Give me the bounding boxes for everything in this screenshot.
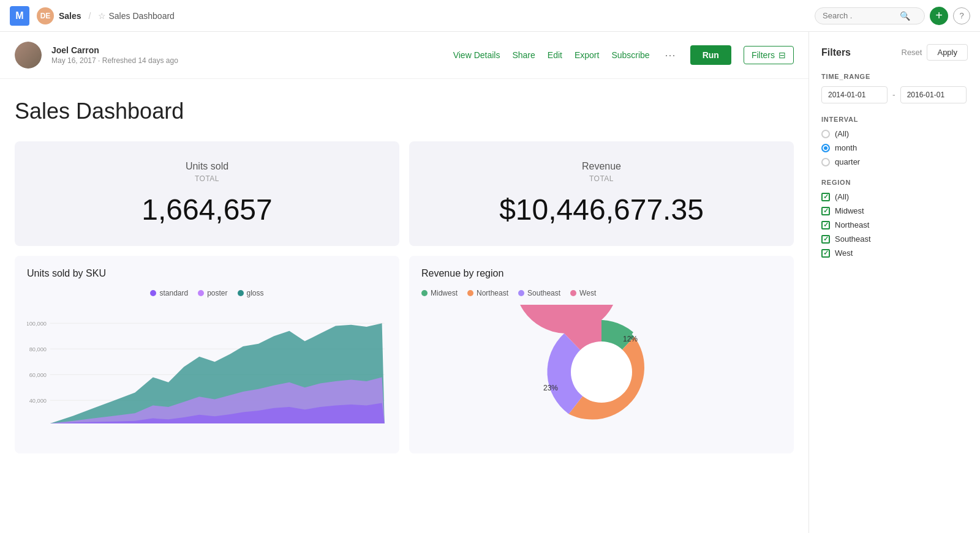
dashboard-content: Sales Dashboard Units sold TOTAL 1,664,6… xyxy=(0,79,809,473)
svg-text:40,000: 40,000 xyxy=(29,398,47,404)
region-all-label: (All) xyxy=(835,192,849,201)
legend-midwest-label: Midwest xyxy=(431,289,458,297)
interval-quarter-label: quarter xyxy=(835,157,860,166)
time-range-label: TIME_RANGE xyxy=(821,73,968,80)
legend-standard-label: standard xyxy=(159,289,188,297)
legend-northeast-label: Northeast xyxy=(477,289,508,297)
region-section: REGION ✓ (All) ✓ Midwest ✓ xyxy=(821,179,968,258)
legend-standard: standard xyxy=(150,289,188,297)
interval-month-radio[interactable] xyxy=(821,144,830,152)
filters-panel: Filters Reset Apply TIME_RANGE - INTERVA… xyxy=(809,32,980,533)
region-checkbox-group: ✓ (All) ✓ Midwest ✓ Northeast xyxy=(821,192,968,258)
date-range: - xyxy=(821,86,968,103)
author-info: Joel Carron May 16, 2017 · Refreshed 14 … xyxy=(51,45,178,65)
interval-radio-group: (All) month quarter xyxy=(821,129,968,166)
units-sold-card: Units sold TOTAL 1,664,657 xyxy=(15,141,399,246)
sku-chart-svg: 100,000 80,000 60,000 40,000 xyxy=(27,305,387,439)
date-from-input[interactable] xyxy=(821,86,888,103)
edit-link[interactable]: Edit xyxy=(548,50,562,60)
filters-button[interactable]: Filters ⊟ xyxy=(744,46,794,64)
svg-text:60,000: 60,000 xyxy=(29,372,47,378)
main-panel: Joel Carron May 16, 2017 · Refreshed 14 … xyxy=(0,32,809,533)
legend-midwest: Midwest xyxy=(421,289,458,297)
search-bar[interactable]: 🔍 xyxy=(815,7,925,24)
region-northeast-checkmark: ✓ xyxy=(823,221,829,229)
dashboard-actions: View Details Share Edit Export Subscribe… xyxy=(453,45,794,65)
region-southeast-checkmark: ✓ xyxy=(823,235,829,243)
search-input[interactable] xyxy=(823,11,896,20)
stats-row: Units sold TOTAL 1,664,657 Revenue TOTAL… xyxy=(15,141,794,246)
time-range-section: TIME_RANGE - xyxy=(821,73,968,103)
sku-chart-title: Units sold by SKU xyxy=(27,268,387,279)
legend-poster-dot xyxy=(198,290,204,296)
date-to-input[interactable] xyxy=(900,86,967,103)
share-link[interactable]: Share xyxy=(512,50,535,60)
reset-link[interactable]: Reset xyxy=(902,48,922,57)
region-southeast[interactable]: ✓ Southeast xyxy=(821,234,968,244)
view-details-link[interactable]: View Details xyxy=(453,50,500,60)
region-all[interactable]: ✓ (All) xyxy=(821,192,968,201)
export-link[interactable]: Export xyxy=(575,50,599,60)
app-logo: M xyxy=(10,6,29,26)
legend-poster: poster xyxy=(198,289,227,297)
interval-all-radio[interactable] xyxy=(821,130,830,138)
workspace-label[interactable]: Sales xyxy=(59,11,81,21)
legend-west-dot xyxy=(570,290,576,296)
page-title: Sales Dashboard xyxy=(15,99,794,124)
more-options-button[interactable]: ⋯ xyxy=(662,48,678,62)
region-northeast-checkbox[interactable]: ✓ xyxy=(821,221,830,229)
star-icon[interactable]: ☆ xyxy=(98,11,106,21)
donut-legend: Midwest Northeast Southeast xyxy=(421,289,782,297)
author-meta: May 16, 2017 · Refreshed 14 days ago xyxy=(51,56,178,65)
svg-point-8 xyxy=(571,341,632,403)
author-name: Joel Carron xyxy=(51,45,178,55)
region-all-checkbox[interactable]: ✓ xyxy=(821,193,830,201)
region-southeast-checkbox[interactable]: ✓ xyxy=(821,235,830,244)
legend-southeast-label: Southeast xyxy=(527,289,560,297)
apply-button[interactable]: Apply xyxy=(927,44,968,61)
region-west-checkmark: ✓ xyxy=(823,249,829,257)
revenue-card: Revenue TOTAL $10,446,677.35 xyxy=(409,141,794,246)
svg-text:100,000: 100,000 xyxy=(27,321,47,327)
donut-wrap: Midwest Northeast Southeast xyxy=(421,289,782,441)
run-button[interactable]: Run xyxy=(690,45,731,65)
interval-month-label: month xyxy=(835,143,857,152)
dashboard-breadcrumb: ☆ Sales Dashboard xyxy=(98,11,174,21)
dashboard-header-bar: Joel Carron May 16, 2017 · Refreshed 14 … xyxy=(0,32,809,79)
region-midwest-checkbox[interactable]: ✓ xyxy=(821,207,830,215)
interval-quarter[interactable]: quarter xyxy=(821,157,968,166)
legend-northeast: Northeast xyxy=(467,289,508,297)
filters-button-label: Filters xyxy=(752,50,775,60)
interval-all[interactable]: (All) xyxy=(821,129,968,138)
dashboard-breadcrumb-label: Sales Dashboard xyxy=(108,11,174,21)
region-midwest-checkmark: ✓ xyxy=(823,207,829,215)
legend-west: West xyxy=(570,289,596,297)
content-area: Joel Carron May 16, 2017 · Refreshed 14 … xyxy=(0,32,980,533)
donut-chart-container: 12% 23% xyxy=(503,305,699,441)
region-all-checkmark: ✓ xyxy=(823,193,829,201)
region-west-checkbox[interactable]: ✓ xyxy=(821,249,830,258)
legend-gloss-label: gloss xyxy=(247,289,264,297)
donut-chart-svg: 12% 23% xyxy=(503,305,699,439)
interval-month[interactable]: month xyxy=(821,143,968,152)
svg-text:80,000: 80,000 xyxy=(29,346,47,352)
region-west[interactable]: ✓ West xyxy=(821,248,968,258)
region-midwest[interactable]: ✓ Midwest xyxy=(821,206,968,215)
region-midwest-label: Midwest xyxy=(835,206,864,215)
sku-chart-legend: standard poster gloss xyxy=(27,289,387,297)
legend-west-label: West xyxy=(579,289,596,297)
search-icon: 🔍 xyxy=(900,11,910,21)
help-button[interactable]: ? xyxy=(953,7,970,24)
subscribe-link[interactable]: Subscribe xyxy=(611,50,649,60)
legend-southeast-dot xyxy=(518,290,524,296)
region-northeast-label: Northeast xyxy=(835,220,869,229)
charts-row: Units sold by SKU standard poster glo xyxy=(15,256,794,453)
region-west-label: West xyxy=(835,248,853,258)
date-separator: - xyxy=(892,90,895,100)
add-button[interactable]: + xyxy=(930,7,948,25)
interval-quarter-radio[interactable] xyxy=(821,158,830,166)
region-northeast[interactable]: ✓ Northeast xyxy=(821,220,968,229)
interval-label: INTERVAL xyxy=(821,116,968,123)
user-badge: DE xyxy=(37,7,54,24)
legend-northeast-dot xyxy=(467,290,473,296)
